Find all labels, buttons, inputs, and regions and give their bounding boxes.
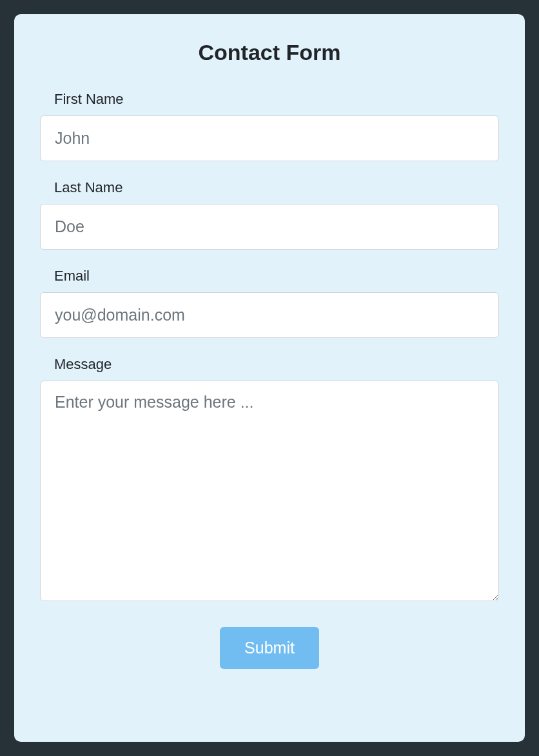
message-label: Message <box>40 356 499 373</box>
email-input[interactable] <box>40 292 499 338</box>
submit-button[interactable]: Submit <box>220 627 319 669</box>
message-group: Message <box>40 356 499 601</box>
form-title: Contact Form <box>40 40 499 65</box>
last-name-label: Last Name <box>40 179 499 196</box>
email-label: Email <box>40 268 499 284</box>
last-name-group: Last Name <box>40 179 499 250</box>
message-textarea[interactable] <box>40 381 499 601</box>
first-name-label: First Name <box>40 91 499 108</box>
last-name-input[interactable] <box>40 204 499 250</box>
first-name-group: First Name <box>40 91 499 161</box>
email-group: Email <box>40 268 499 338</box>
first-name-input[interactable] <box>40 115 499 161</box>
submit-wrapper: Submit <box>40 627 499 669</box>
contact-form-container: Contact Form First Name Last Name Email … <box>14 14 525 742</box>
